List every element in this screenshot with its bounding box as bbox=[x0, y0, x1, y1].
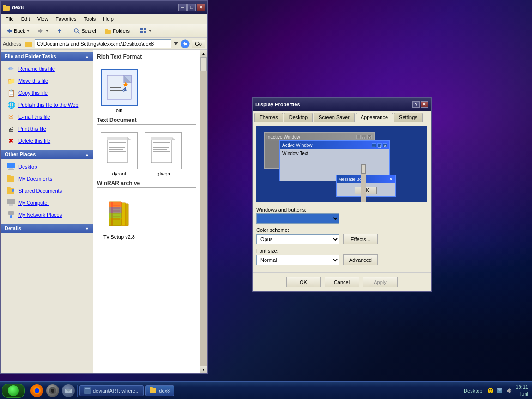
preview-msg-label: Message Box bbox=[339, 177, 364, 181]
explorer-close-button[interactable]: ✕ bbox=[197, 4, 205, 11]
search-button[interactable]: Search bbox=[70, 25, 101, 36]
svg-rect-74 bbox=[109, 218, 122, 226]
svg-rect-53 bbox=[109, 149, 123, 150]
scroll-thumb[interactable] bbox=[200, 57, 207, 71]
scroll-up-arrow[interactable]: ▲ bbox=[200, 50, 207, 57]
taskbar-divider-2 bbox=[77, 385, 78, 397]
font-size-select[interactable]: Normal bbox=[256, 255, 339, 265]
windows-buttons-label: Windows and buttons: bbox=[256, 207, 427, 212]
folders-button[interactable]: Folders bbox=[102, 25, 133, 36]
gtwqo-file-svg bbox=[151, 137, 175, 164]
explorer-window-controls: ─ □ ✕ bbox=[178, 4, 205, 11]
copy-file-item[interactable]: 📋 Copy this file bbox=[1, 87, 93, 99]
windows-buttons-select[interactable] bbox=[256, 213, 339, 224]
tab-themes[interactable]: Themes bbox=[254, 113, 283, 122]
scroll-track[interactable] bbox=[200, 57, 207, 366]
views-button[interactable] bbox=[137, 25, 155, 36]
details-section: Details bbox=[1, 224, 93, 233]
explorer-scrollbar[interactable]: ▲ ▼ bbox=[200, 50, 207, 373]
details-collapse-icon bbox=[85, 225, 89, 231]
advanced-button[interactable]: Advanced bbox=[343, 254, 378, 265]
views-dropdown-icon bbox=[148, 29, 152, 33]
scroll-down-arrow[interactable]: ▼ bbox=[200, 366, 207, 373]
effects-button[interactable]: Effects... bbox=[343, 234, 378, 244]
copy-label: Copy this file bbox=[18, 90, 48, 96]
sidebar-item-mycomputer[interactable]: My Computer bbox=[1, 197, 93, 209]
taskbar-window-dex8[interactable]: dex8 bbox=[145, 385, 174, 396]
forward-icon bbox=[37, 28, 44, 34]
menu-favorites[interactable]: Favorites bbox=[52, 15, 80, 23]
publish-file-item[interactable]: 🌐 Publish this file to the Web bbox=[1, 99, 93, 111]
other-places-header[interactable]: Other Places bbox=[1, 150, 93, 159]
orb-icon bbox=[48, 387, 57, 395]
other-places-section: Other Places Desktop My Document bbox=[1, 150, 93, 223]
svg-marker-48 bbox=[127, 137, 131, 140]
print-file-item[interactable]: 🖨 Print this file bbox=[1, 123, 93, 135]
quicklaunch-thunderbird[interactable] bbox=[62, 384, 75, 397]
move-file-item[interactable]: 📁 Move this file bbox=[1, 75, 93, 87]
rename-icon: ✏ bbox=[6, 64, 16, 73]
file-tasks-content: ✏ Rename this file 📁 Move this file 📋 Co… bbox=[1, 61, 93, 149]
system-tray bbox=[487, 387, 513, 394]
file-item-dyronf[interactable]: dyronf bbox=[101, 132, 138, 176]
desktop-icon bbox=[6, 162, 16, 171]
delete-file-item[interactable]: ✖ Delete this file bbox=[1, 135, 93, 147]
tab-desktop[interactable]: Desktop bbox=[284, 113, 313, 122]
dialog-titlebar: Display Properties ? ✕ bbox=[253, 98, 431, 111]
svg-rect-75 bbox=[122, 203, 126, 226]
svg-point-36 bbox=[10, 215, 12, 218]
dialog-cancel-button[interactable]: Cancel bbox=[325, 277, 359, 287]
tray-icon-1[interactable] bbox=[487, 387, 494, 394]
file-item-tvsetup[interactable]: Tv Setup v2.8 bbox=[101, 195, 138, 240]
explorer-maximize-button[interactable]: □ bbox=[187, 4, 196, 11]
address-go-icon[interactable] bbox=[181, 39, 190, 48]
tray-icon-2[interactable] bbox=[496, 387, 503, 394]
color-scheme-select[interactable]: Opus bbox=[256, 234, 339, 244]
windows-buttons-group: Windows and buttons: bbox=[256, 207, 427, 224]
color-scheme-label: Color scheme: bbox=[256, 227, 427, 233]
rename-file-item[interactable]: ✏ Rename this file bbox=[1, 63, 93, 75]
address-input[interactable] bbox=[35, 39, 171, 48]
dialog-ok-button[interactable]: OK bbox=[286, 277, 321, 287]
shareddocs-label: Shared Documents bbox=[18, 188, 62, 193]
menu-edit[interactable]: Edit bbox=[18, 15, 34, 23]
email-file-item[interactable]: ✉ E-mail this file bbox=[1, 111, 93, 123]
sidebar-item-network[interactable]: My Network Places bbox=[1, 209, 93, 221]
dialog-help-button[interactable]: ? bbox=[412, 101, 420, 108]
quicklaunch-orb[interactable] bbox=[46, 384, 59, 397]
forward-button[interactable] bbox=[34, 25, 52, 36]
desktop-btn[interactable]: Desktop bbox=[462, 388, 484, 393]
dialog-close-button[interactable]: ✕ bbox=[421, 101, 428, 108]
taskbar-window-deviantart[interactable]: deviantART: where... bbox=[79, 385, 144, 396]
back-button[interactable]: Back bbox=[3, 25, 33, 36]
sidebar-item-mydocs[interactable]: My Documents bbox=[1, 173, 93, 185]
details-header[interactable]: Details bbox=[1, 224, 93, 233]
file-item-gtwqo[interactable]: gtwqo bbox=[145, 132, 182, 176]
svg-rect-6 bbox=[38, 30, 41, 32]
explorer-minimize-button[interactable]: ─ bbox=[178, 4, 187, 11]
up-button[interactable] bbox=[53, 25, 66, 36]
file-item-bin[interactable]: bin bbox=[101, 69, 138, 113]
menu-tools[interactable]: Tools bbox=[80, 15, 100, 23]
winrar-section-header: WinRAR archive bbox=[97, 180, 196, 188]
dialog-apply-button[interactable]: Apply bbox=[363, 277, 398, 287]
menu-view[interactable]: View bbox=[34, 15, 52, 23]
address-dropdown-icon[interactable] bbox=[173, 41, 179, 47]
file-name-tvsetup: Tv Setup v2.8 bbox=[103, 234, 135, 240]
svg-rect-72 bbox=[109, 207, 122, 213]
tab-settings[interactable]: Settings bbox=[394, 113, 423, 122]
tray-volume-icon[interactable] bbox=[505, 387, 513, 394]
sidebar-item-desktop[interactable]: Desktop bbox=[1, 161, 93, 173]
toolbar-separator-1 bbox=[68, 26, 68, 36]
file-tasks-header[interactable]: File and Folder Tasks bbox=[1, 52, 93, 61]
menu-file[interactable]: File bbox=[2, 15, 18, 23]
file-icon-tvsetup bbox=[101, 195, 138, 232]
sidebar-item-shareddocs[interactable]: Shared Documents bbox=[1, 185, 93, 197]
quicklaunch-firefox[interactable] bbox=[30, 384, 43, 397]
tab-screensaver[interactable]: Screen Saver bbox=[314, 113, 355, 122]
tab-appearance[interactable]: Appearance bbox=[356, 113, 393, 122]
go-button[interactable]: Go bbox=[192, 40, 205, 48]
start-button[interactable] bbox=[2, 384, 25, 398]
back-label: Back bbox=[14, 28, 25, 34]
menu-help[interactable]: Help bbox=[99, 15, 117, 23]
